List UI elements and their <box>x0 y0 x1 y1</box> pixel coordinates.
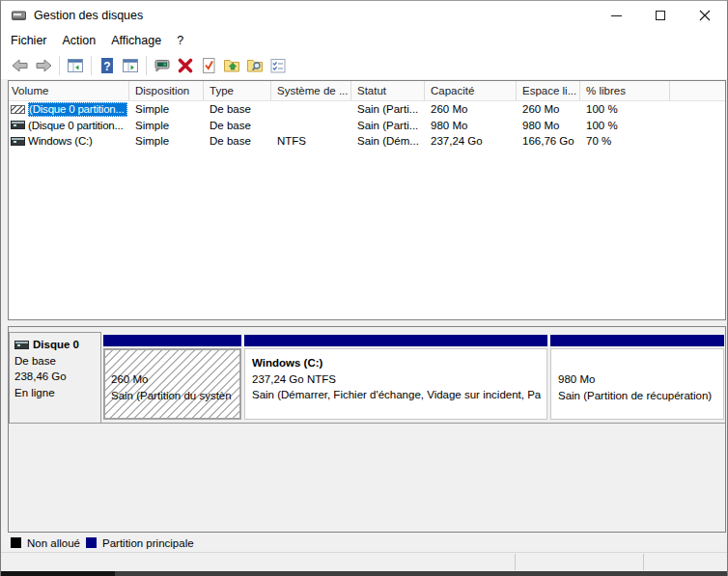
partition-3-box[interactable]: 980 Mo Sain (Partition de récupération) <box>550 332 724 424</box>
folder-search-icon[interactable] <box>245 56 265 75</box>
cell-fs <box>271 101 351 118</box>
legend-label-primary: Partition principale <box>102 537 194 549</box>
cell-espace: 166,76 Go <box>517 133 580 150</box>
cell-capacite: 980 Mo <box>425 118 517 134</box>
svg-text:?: ? <box>103 59 110 72</box>
close-button[interactable] <box>683 1 727 30</box>
app-icon <box>11 8 27 24</box>
column-header-type[interactable]: Type <box>204 81 271 100</box>
volume-row-2[interactable]: (Disque 0 partition... Simple De base Sa… <box>9 118 725 134</box>
partition-icon <box>11 121 25 129</box>
column-header-libres[interactable]: % libres <box>580 81 670 100</box>
maximize-button[interactable] <box>638 1 683 30</box>
partition-title: Windows (C:) <box>252 355 546 371</box>
column-header-capacite[interactable]: Capacité <box>425 81 517 100</box>
cell-disposition: Simple <box>129 118 204 134</box>
status-bar <box>1 552 727 571</box>
legend: Non alloué Partition principale <box>11 534 200 552</box>
toggle-console-tree-icon[interactable] <box>66 56 85 75</box>
partition-1-box[interactable]: 260 Mo Sain (Partition du systèn <box>103 332 241 424</box>
cell-espace: 980 Mo <box>517 118 580 134</box>
window-title: Gestion des disques <box>34 9 143 22</box>
forward-icon[interactable] <box>34 56 53 75</box>
partition-band <box>103 335 241 346</box>
column-header-filler <box>670 81 725 100</box>
cell-type: De base <box>204 118 271 134</box>
folder-up-icon[interactable] <box>222 56 241 75</box>
window-bottom-edge-dark <box>1 571 115 576</box>
column-header-statut[interactable]: Statut <box>351 81 425 100</box>
partition-band <box>550 335 724 346</box>
volume-name-selected: (Disque 0 partition... <box>28 102 127 117</box>
partition-status: Sain (Partition du systèn <box>111 388 239 404</box>
cell-fs <box>271 118 351 134</box>
toolbar-separator <box>146 56 147 75</box>
cell-capacite: 260 Mo <box>425 101 517 118</box>
partition-2-box[interactable]: Windows (C:) 237,24 Go NTFS Sain (Démarr… <box>244 332 547 424</box>
delete-icon[interactable] <box>176 56 195 75</box>
console-content: Volume Disposition Type Système de ... S… <box>1 79 727 576</box>
disk-0-label[interactable]: Disque 0 De base 238,46 Go En ligne <box>9 332 101 424</box>
disk-0-row: Disque 0 De base 238,46 Go En ligne 260 … <box>9 332 725 424</box>
disk-status: En ligne <box>14 385 100 401</box>
cell-espace: 260 Mo <box>517 101 580 118</box>
cell-capacite: 237,24 Go <box>425 133 517 150</box>
column-header-volume[interactable]: Volume <box>9 81 129 100</box>
cell-fs: NTFS <box>271 133 351 150</box>
column-header-systeme[interactable]: Système de ... <box>271 81 351 100</box>
disk-name: Disque 0 <box>33 337 79 353</box>
partition-status: Sain (Partition de récupération) <box>558 388 723 404</box>
menu-help[interactable]: ? <box>169 32 191 49</box>
disk-size: 238,46 Go <box>14 369 100 385</box>
check-document-icon[interactable] <box>199 56 218 75</box>
status-separator <box>515 554 516 570</box>
disk-type: De base <box>14 353 100 370</box>
volume-row-3[interactable]: Windows (C:) Simple De base NTFS Sain (D… <box>9 133 725 150</box>
cell-libres: 70 % <box>580 133 670 150</box>
cell-disposition: Simple <box>129 133 204 150</box>
minimize-button[interactable] <box>594 1 638 30</box>
properties-list-icon[interactable] <box>268 56 288 75</box>
list-header: Volume Disposition Type Système de ... S… <box>9 81 725 101</box>
menu-action[interactable]: Action <box>55 32 104 49</box>
volume-name: (Disque 0 partition... <box>28 120 124 131</box>
cell-type: De base <box>204 133 271 150</box>
volume-list: Volume Disposition Type Système de ... S… <box>8 80 726 320</box>
volume-row-1[interactable]: (Disque 0 partition... Simple De base Sa… <box>9 101 725 118</box>
toolbar-separator <box>59 56 60 75</box>
cell-disposition: Simple <box>129 101 204 118</box>
column-header-disposition[interactable]: Disposition <box>129 81 204 100</box>
column-header-espace[interactable]: Espace li... <box>517 81 580 100</box>
show-action-pane-icon[interactable] <box>121 56 140 75</box>
menu-bar: Fichier Action Affichage ? <box>1 30 727 51</box>
toolbar: ? <box>1 51 727 79</box>
partition-size: 260 Mo <box>111 371 239 388</box>
partition-size: 980 Mo <box>558 371 723 388</box>
window-bottom-edge <box>1 571 727 576</box>
menu-fichier[interactable]: Fichier <box>3 32 55 49</box>
status-separator <box>643 554 644 570</box>
back-icon[interactable] <box>11 56 30 75</box>
partition-band <box>244 335 547 346</box>
maximize-icon <box>656 11 665 20</box>
disk-management-window: Gestion des disques Fichier Action Affic… <box>0 0 728 576</box>
console-window-icon[interactable] <box>153 56 172 75</box>
cell-statut: Sain (Dém... <box>351 133 425 150</box>
legend-swatch-primary <box>86 537 97 548</box>
cell-statut: Sain (Parti... <box>351 101 425 118</box>
help-icon[interactable]: ? <box>98 56 117 75</box>
cell-libres: 100 % <box>580 101 670 118</box>
menu-affichage[interactable]: Affichage <box>103 32 169 49</box>
cell-statut: Sain (Parti... <box>351 118 425 134</box>
disk-icon <box>14 341 29 349</box>
toolbar-separator <box>91 56 92 75</box>
graphical-view: Disque 0 De base 238,46 Go En ligne 260 … <box>8 326 726 533</box>
cell-libres: 100 % <box>580 118 670 134</box>
minimize-icon <box>611 15 622 16</box>
legend-label-unallocated: Non alloué <box>27 537 80 549</box>
cell-type: De base <box>204 101 271 118</box>
partition-icon <box>11 137 25 146</box>
partition-size: 237,24 Go NTFS <box>252 371 546 388</box>
legend-swatch-unallocated <box>11 537 21 548</box>
close-icon <box>699 10 711 21</box>
